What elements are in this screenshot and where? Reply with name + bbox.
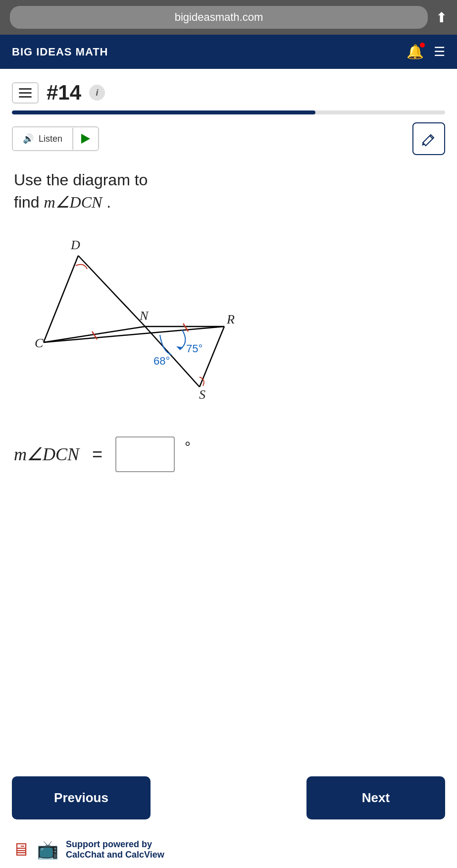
share-icon[interactable]: ⬆︎ — [436, 9, 447, 26]
diagram-container: D C N R S 75° 68° — [0, 228, 457, 417]
question-header: #14 i — [0, 69, 457, 110]
previous-button[interactable]: Previous — [12, 776, 151, 819]
hamburger-line-1 — [19, 88, 32, 90]
footer: 🖥 📺 Support powered by CalcChat and Calc… — [0, 831, 457, 868]
svg-line-2 — [78, 256, 145, 326]
notification-bell-icon[interactable]: 🔔 — [406, 44, 424, 60]
notification-dot — [420, 43, 425, 48]
question-line2: find — [14, 193, 44, 211]
answer-label: m∠DCN — [14, 444, 79, 465]
listen-button[interactable]: 🔊 Listen — [13, 127, 72, 150]
nav-buttons: Previous Next — [0, 776, 457, 819]
footer-text: Support powered by CalcChat and CalcView — [66, 839, 164, 860]
play-triangle-icon — [81, 134, 90, 144]
info-icon[interactable]: i — [89, 85, 105, 101]
question-line1: Use the diagram to — [14, 171, 148, 189]
listen-group: 🔊 Listen — [12, 126, 99, 151]
question-text: Use the diagram to find m∠DCN . — [0, 169, 457, 214]
hamburger-line-3 — [19, 96, 32, 98]
svg-text:S: S — [199, 387, 205, 402]
answer-area: m∠DCN = ° — [0, 436, 457, 472]
svg-text:75°: 75° — [186, 342, 203, 355]
svg-text:68°: 68° — [153, 355, 170, 367]
svg-line-4 — [44, 326, 224, 342]
geometry-diagram: D C N R S 75° 68° — [14, 228, 291, 417]
sidebar-toggle-button[interactable] — [12, 82, 39, 104]
equals-sign: = — [92, 444, 102, 465]
calcview-icon: 📺 — [37, 839, 59, 860]
svg-text:N: N — [139, 309, 149, 323]
answer-input[interactable] — [115, 436, 175, 472]
controls-row: 🔊 Listen — [0, 122, 457, 155]
pencil-icon — [421, 131, 437, 147]
speaker-icon: 🔊 — [23, 133, 34, 144]
svg-line-6 — [200, 326, 224, 387]
calcchat-icon: 🖥 — [12, 839, 30, 860]
hamburger-menu-icon[interactable]: ☰ — [434, 44, 445, 59]
nav-icons: 🔔 ☰ — [406, 44, 445, 60]
degree-symbol: ° — [185, 438, 191, 455]
svg-text:D: D — [70, 238, 80, 252]
svg-line-1 — [44, 256, 78, 342]
progress-bar-fill — [12, 110, 315, 114]
question-end: . — [102, 193, 111, 211]
question-number: #14 — [47, 81, 81, 105]
services-text: CalcChat and CalcView — [66, 850, 164, 860]
url-bar[interactable]: bigideasmath.com — [10, 6, 428, 29]
support-text: Support powered by — [66, 839, 164, 850]
progress-bar-container — [0, 110, 457, 114]
progress-bar-background — [12, 110, 445, 114]
question-math: m∠DCN — [44, 193, 102, 211]
main-content: #14 i 🔊 Listen Use the diagram — [0, 69, 457, 868]
site-logo: BIG IDEAS MATH — [12, 46, 108, 58]
annotate-button[interactable] — [412, 122, 445, 155]
nav-bar: BIG IDEAS MATH 🔔 ☰ — [0, 35, 457, 69]
listen-label: Listen — [39, 134, 62, 144]
next-button[interactable]: Next — [306, 776, 445, 819]
url-text: bigideasmath.com — [175, 11, 263, 23]
hamburger-line-2 — [19, 92, 32, 94]
svg-marker-10 — [176, 346, 183, 350]
play-button[interactable] — [72, 128, 98, 150]
svg-text:C: C — [35, 336, 44, 350]
svg-text:R: R — [226, 312, 235, 326]
browser-bar: bigideasmath.com ⬆︎ — [0, 0, 457, 35]
